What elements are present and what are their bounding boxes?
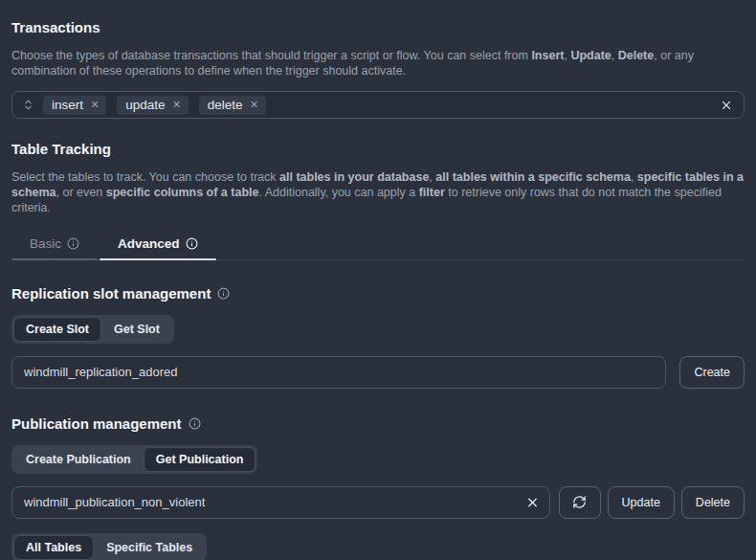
publication-input-row: Update Delete (11, 486, 745, 519)
info-icon (217, 287, 230, 300)
transactions-section: Transactions Choose the types of databas… (11, 20, 745, 119)
refresh-button[interactable] (559, 486, 601, 519)
chevrons-up-down-icon (22, 99, 34, 111)
info-icon (186, 237, 198, 250)
selected-tag-update: update × (117, 96, 188, 115)
remove-tag-icon[interactable]: × (91, 99, 99, 111)
info-icon (67, 237, 79, 250)
replication-slot-section: Replication slot management Create Slot … (11, 286, 745, 389)
remove-tag-icon[interactable]: × (250, 99, 257, 111)
transactions-title: Transactions (11, 20, 745, 35)
selected-tag-delete: delete × (199, 96, 266, 115)
toggle-specific-tables[interactable]: Specific Tables (94, 535, 205, 560)
create-slot-button[interactable]: Create (679, 356, 745, 389)
tab-label: Basic (30, 236, 61, 251)
publication-mode-toggle: Create Publication Get Publication (11, 445, 257, 474)
publication-section: Publication management Create Publicatio… (11, 416, 745, 560)
slot-mode-toggle: Create Slot Get Slot (11, 315, 174, 344)
publication-title-text: Publication management (11, 416, 182, 432)
replication-slot-title: Replication slot management (11, 286, 745, 302)
remove-tag-icon[interactable]: × (173, 99, 181, 111)
slot-input-row: Create (11, 356, 745, 389)
clear-input-icon[interactable] (525, 495, 540, 509)
table-tracking-description: Select the tables to track. You can choo… (11, 170, 745, 215)
tab-label: Advanced (118, 236, 180, 251)
replication-slot-title-text: Replication slot management (11, 286, 211, 302)
transactions-description: Choose the types of database transaction… (11, 49, 745, 78)
selected-tag-insert: insert × (43, 96, 106, 115)
publication-name-input[interactable] (11, 486, 550, 519)
publication-input-wrap (11, 486, 550, 519)
toggle-create-publication[interactable]: Create Publication (13, 447, 144, 472)
toggle-get-slot[interactable]: Get Slot (101, 317, 172, 342)
slot-name-input[interactable] (11, 356, 666, 389)
transactions-multiselect[interactable]: insert × update × delete × (11, 91, 745, 119)
publication-title: Publication management (11, 416, 745, 432)
info-icon (189, 417, 201, 430)
tab-basic[interactable]: Basic (11, 233, 98, 259)
clear-all-icon[interactable] (720, 99, 733, 112)
tag-label: insert (52, 98, 83, 112)
update-publication-button[interactable]: Update (608, 486, 675, 519)
toggle-get-publication[interactable]: Get Publication (144, 447, 256, 472)
toggle-all-tables[interactable]: All Tables (13, 535, 94, 560)
tab-advanced[interactable]: Advanced (100, 233, 216, 259)
publication-tables-toggle: All Tables Specific Tables (11, 533, 207, 560)
table-tracking-tabs: Basic Advanced (11, 233, 745, 260)
table-tracking-section: Table Tracking Select the tables to trac… (11, 142, 745, 259)
refresh-cw-icon (572, 495, 587, 509)
delete-publication-button[interactable]: Delete (681, 486, 745, 519)
tag-label: delete (208, 98, 243, 112)
trigger-config-page: Transactions Choose the types of databas… (0, 0, 756, 560)
toggle-create-slot[interactable]: Create Slot (13, 317, 101, 342)
tag-label: update (125, 98, 165, 112)
table-tracking-title: Table Tracking (11, 142, 745, 157)
